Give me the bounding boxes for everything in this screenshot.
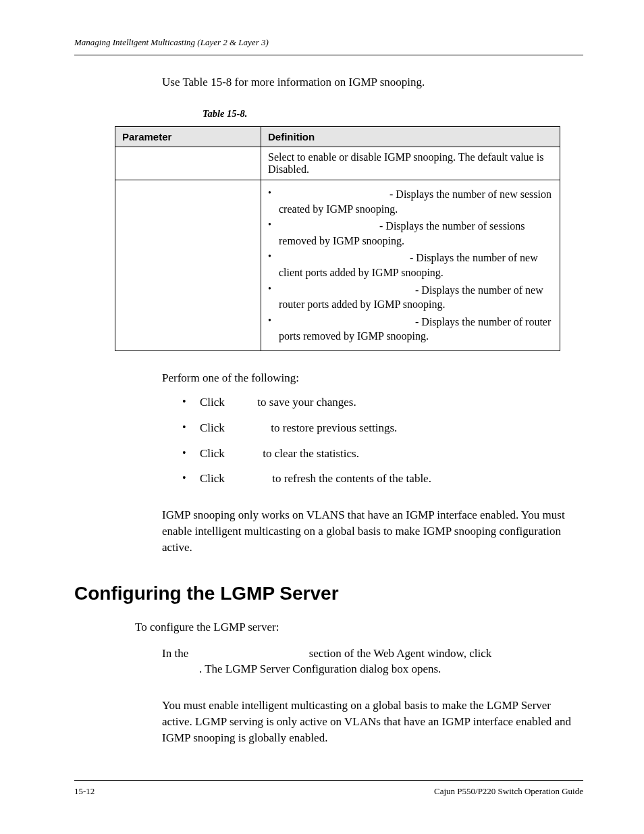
action-item-refresh: Click to refresh the contents of the tab… xyxy=(182,471,583,487)
page-number: 15-12 xyxy=(74,786,95,797)
section-heading-lgmp: Configuring the LGMP Server xyxy=(74,583,583,604)
table-header-definition: Definition xyxy=(261,127,560,147)
definition-item: - Displays the number of new router port… xyxy=(268,283,553,312)
parameter-table: Parameter Definition Select to enable or… xyxy=(115,126,560,351)
definition-item: - Displays the number of new session cre… xyxy=(268,187,553,216)
action-item-clear: Click to clear the statistics. xyxy=(182,446,583,462)
page-footer: 15-12 Cajun P550/P220 Switch Operation G… xyxy=(74,780,583,797)
perform-intro: Perform one of the following: xyxy=(162,371,583,385)
definition-item: - Displays the number of new client port… xyxy=(268,251,553,280)
definition-cell: - Displays the number of new session cre… xyxy=(261,180,560,351)
header-rule xyxy=(74,55,583,55)
action-item-apply: Click to save your changes. xyxy=(182,394,583,411)
definition-cell: Select to enable or disable IGMP snoopin… xyxy=(261,147,560,180)
table-caption: Table 15-8. xyxy=(203,108,583,120)
footer-rule xyxy=(74,780,583,781)
action-item-cancel: Click to restore previous settings. xyxy=(182,420,583,436)
table-row: Select to enable or disable IGMP snoopin… xyxy=(115,147,560,180)
note-lgmp-server: You must enable intelligent multicasting… xyxy=(162,698,583,746)
definition-item: - Displays the number of sessions remove… xyxy=(268,219,553,248)
running-header: Managing Intelligent Multicasting (Layer… xyxy=(74,37,583,48)
step-paragraph: In the section of the Web Agent window, … xyxy=(162,646,583,678)
action-list: Click to save your changes. Click to res… xyxy=(182,394,583,487)
definition-item: - Displays the number of router ports re… xyxy=(268,315,553,344)
note-igmp-snooping: IGMP snooping only works on VLANS that h… xyxy=(162,507,583,555)
table-row: - Displays the number of new session cre… xyxy=(115,180,560,351)
table-header-parameter: Parameter xyxy=(115,127,261,147)
guide-title: Cajun P550/P220 Switch Operation Guide xyxy=(434,786,583,797)
lgmp-intro: To configure the LGMP server: xyxy=(135,621,583,634)
intro-text: Use Table 15-8 for more information on I… xyxy=(162,76,583,89)
